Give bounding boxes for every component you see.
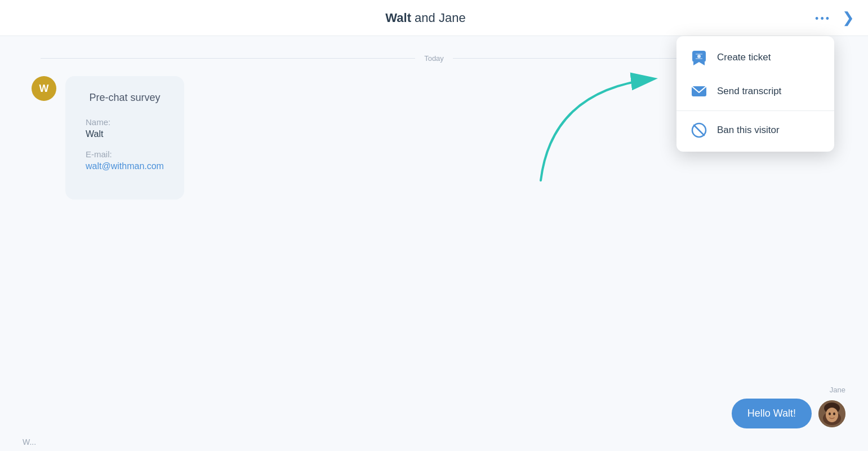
svg-marker-8 — [693, 62, 699, 65]
mail-icon-wrapper — [690, 82, 708, 100]
ban-icon — [691, 122, 707, 138]
svg-point-10 — [697, 55, 701, 58]
dropdown-item-create-ticket[interactable]: Create ticket — [676, 41, 834, 74]
jane-avatar-image — [818, 400, 845, 427]
chat-title-bold: Walt — [385, 11, 411, 25]
survey-name-field: Name: Walt — [86, 117, 164, 139]
dropdown-item-send-transcript[interactable]: Send transcript — [676, 74, 834, 108]
chat-title: Walt and Jane — [385, 11, 465, 25]
more-options-button[interactable]: ••• — [811, 8, 835, 28]
ban-icon-wrapper — [690, 121, 708, 139]
svg-point-4 — [829, 412, 831, 415]
send-transcript-label: Send transcript — [717, 86, 781, 97]
close-button[interactable]: ❯ — [842, 9, 854, 26]
survey-name-label: Name: — [86, 117, 164, 127]
jane-message-area: Jane Hello Walt! — [732, 386, 845, 428]
survey-title: Pre-chat survey — [86, 92, 164, 104]
date-label: Today — [424, 54, 444, 63]
jane-label: Jane — [830, 386, 845, 394]
survey-name-value: Walt — [86, 129, 164, 139]
more-dots-icon: ••• — [815, 13, 831, 24]
mail-icon — [691, 85, 707, 98]
dropdown-divider — [676, 110, 834, 111]
survey-card: Pre-chat survey Name: Walt E-mail: walt@… — [65, 76, 184, 200]
dropdown-menu: Create ticket Send transcript Ban thi — [676, 36, 834, 152]
ticket-icon-wrapper — [690, 48, 708, 67]
jane-avatar — [818, 400, 845, 427]
svg-point-3 — [826, 408, 838, 422]
create-ticket-label: Create ticket — [717, 52, 771, 63]
bottom-partial-text: W... — [23, 437, 36, 451]
survey-email-label: E-mail: — [86, 149, 164, 159]
jane-message-bubble: Hello Walt! — [732, 399, 812, 428]
visitor-initial: W — [39, 83, 49, 95]
ticket-icon — [691, 50, 707, 65]
svg-point-5 — [833, 412, 835, 415]
ban-visitor-label: Ban this visitor — [717, 125, 780, 136]
chat-header: Walt and Jane ••• ❯ — [0, 0, 868, 36]
survey-email-field: E-mail: walt@withman.com — [86, 149, 164, 171]
svg-line-15 — [694, 125, 704, 135]
svg-marker-9 — [699, 62, 705, 65]
chat-title-rest: and Jane — [411, 11, 466, 25]
header-actions: ••• ❯ — [811, 8, 854, 28]
chevron-right-icon: ❯ — [842, 9, 854, 26]
jane-message-row: Hello Walt! — [732, 399, 845, 428]
survey-email-value[interactable]: walt@withman.com — [86, 161, 164, 171]
visitor-avatar: W — [32, 76, 56, 101]
dropdown-item-ban-visitor[interactable]: Ban this visitor — [676, 113, 834, 147]
chat-container: Walt and Jane ••• ❯ Today W Pre-chat sur… — [0, 0, 868, 451]
